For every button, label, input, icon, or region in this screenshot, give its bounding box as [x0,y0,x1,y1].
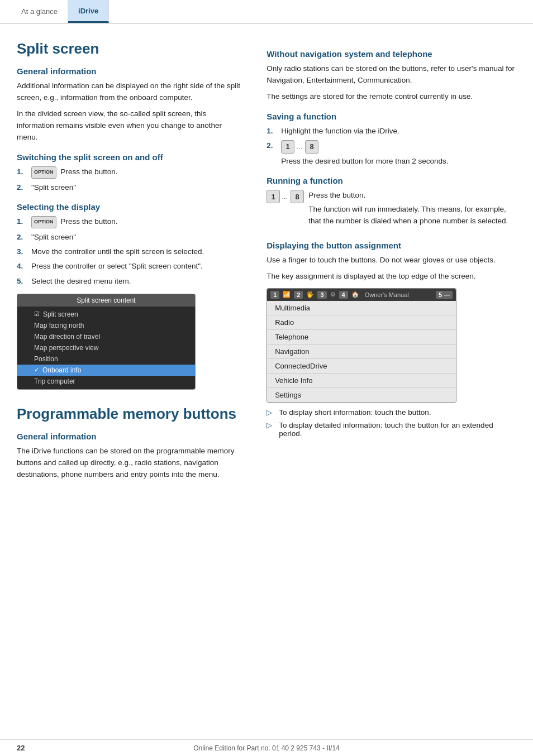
mem-btn-8-run: 8 [291,190,304,203]
running-content: 1 … 8 Press the button. The function wil… [266,190,516,232]
saving-heading: Saving a function [266,112,516,121]
switching-steps: 1. OPTION Press the button. 2. "Split sc… [17,166,244,193]
selecting-step-3: 3. Move the controller until the split s… [17,246,244,257]
selecting-step-4: 4. Press the controller or select "Split… [17,261,244,272]
menu-item-radio: Radio [267,315,456,330]
bullet-detailed-info: ▷ To display detailed information: touch… [266,421,516,438]
option-button-icon-1: OPTION [31,166,56,179]
top-navigation: At a glance iDrive [0,0,533,23]
split-box-item-position: Position [17,353,195,365]
menu-item-multimedia: Multimedia [267,301,456,315]
button-menu-box: 1 📶 2 🖐 3 ⚙ 4 🏠 Owner's Manual 5 — Multi… [266,288,456,403]
running-para-1: Press the button. [308,190,516,202]
nav-idrive[interactable]: iDrive [68,0,109,23]
selecting-steps: 1. OPTION Press the button. 2. "Split sc… [17,216,244,287]
mem-btn-1-run: 1 [266,190,280,203]
split-screen-general-heading: General information [17,66,244,76]
nav-at-a-glance[interactable]: At a glance [11,0,68,23]
saving-steps: 1. Highlight the function via the iDrive… [266,126,516,168]
mem-btn-8-save: 8 [305,140,318,154]
mem-btn-1-save: 1 [281,140,294,154]
split-box-item-split-screen: ☑ Split screen [17,309,195,320]
selecting-step-5: 5. Select the desired menu item. [17,276,244,287]
saving-mem-btn-row: 1 … 8 [281,140,448,154]
switching-heading: Switching the split screen on and off [17,152,244,162]
menu-item-vehicle-info: Vehicle Info [267,374,456,388]
right-column: Without navigation system and telephone … [261,40,516,485]
displaying-para-2: The key assignment is displayed at the t… [266,271,516,283]
split-box-items: ☑ Split screen Map facing north Map dire… [17,307,195,389]
without-nav-para: Only radio stations can be stored on the… [266,63,516,87]
prog-mem-section: Programmable memory buttons General info… [17,405,244,481]
switching-step-2: 2. "Split screen" [17,182,244,193]
split-box-item-map-perspective: Map perspective view [17,342,195,353]
prog-mem-title: Programmable memory buttons [17,405,244,423]
menu-item-connected-drive: ConnectedDrive [267,359,456,374]
split-box-item-onboard-info: ✓ Onboard info [17,365,195,376]
split-screen-title: Split screen [17,40,244,58]
bullet-short-info: ▷ To display short information: touch th… [266,408,516,417]
split-screen-content-box: Split screen content ☑ Split screen Map … [17,294,196,390]
switching-step-1: 1. OPTION Press the button. [17,166,244,179]
saving-step-2: 2. 1 … 8 Press the desired button for mo… [266,140,516,167]
option-button-icon-2: OPTION [31,216,56,228]
prog-mem-general-heading: General information [17,432,244,441]
footer-text: Online Edition for Part no. 01 40 2 925 … [193,744,340,752]
split-box-header: Split screen content [17,294,195,307]
btn-assign-bar: 1 📶 2 🖐 3 ⚙ 4 🏠 Owner's Manual 5 — [267,289,456,301]
page-number: 22 [17,744,25,752]
selecting-step-2: 2. "Split screen" [17,232,244,243]
selecting-heading: Selecting the display [17,202,244,212]
running-mem-btn-row: 1 … 8 [266,190,304,203]
split-box-item-trip-computer: Trip computer [17,376,195,387]
selecting-step-1: 1. OPTION Press the button. [17,216,244,228]
split-screen-para-2: In the divided screen view, the so-calle… [17,108,244,143]
displaying-para-1: Use a finger to touch the buttons. Do no… [266,255,516,266]
prog-mem-para: The iDrive functions can be stored on th… [17,446,244,481]
menu-item-navigation: Navigation [267,344,456,359]
running-para-2: The function will run immediately. This … [308,204,516,227]
settings-stored-para: The settings are stored for the remote c… [266,91,516,103]
split-box-item-map-direction: Map direction of travel [17,331,195,342]
main-content: Split screen General information Additio… [0,23,533,496]
running-heading: Running a function [266,176,516,185]
split-screen-para-1: Additional information can be displayed … [17,80,244,104]
displaying-heading: Displaying the button assignment [266,241,516,250]
split-box-item-map-north: Map facing north [17,320,195,331]
left-column: Split screen General information Additio… [17,40,261,485]
menu-item-settings: Settings [267,388,456,402]
saving-step-1: 1. Highlight the function via the iDrive… [266,126,516,137]
footer: 22 Online Edition for Part no. 01 40 2 9… [0,739,533,756]
menu-item-telephone: Telephone [267,330,456,344]
without-nav-heading: Without navigation system and telephone [266,49,516,59]
